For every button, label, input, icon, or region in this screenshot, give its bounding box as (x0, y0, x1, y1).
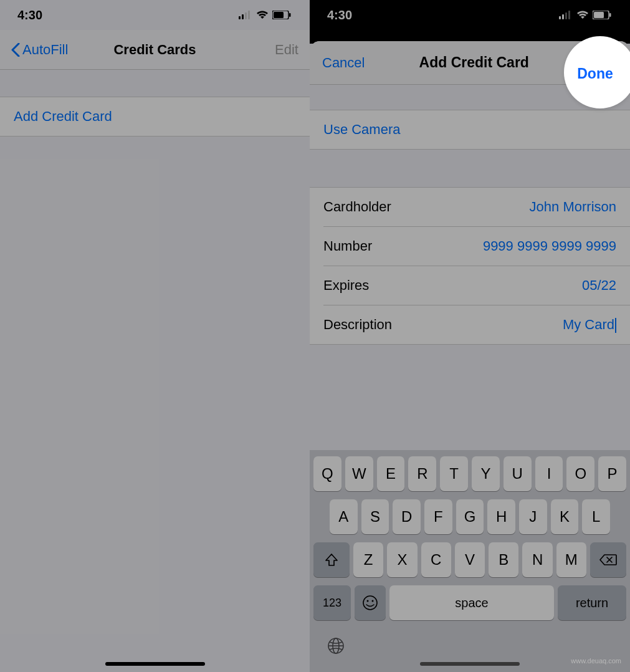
key-d[interactable]: D (393, 499, 421, 534)
space-key[interactable]: space (389, 585, 554, 620)
use-camera-button[interactable]: Use Camera (310, 110, 630, 150)
kb-row-2: ASDFGHJKL (313, 499, 626, 534)
key-a[interactable]: A (330, 499, 358, 534)
text-cursor (615, 318, 616, 333)
done-button[interactable]: Done (577, 65, 613, 82)
description-text: My Card (563, 317, 614, 332)
shift-icon (325, 553, 338, 567)
key-o[interactable]: O (566, 456, 594, 491)
home-indicator[interactable] (105, 662, 205, 666)
add-card-sheet: Cancel Add Credit Card Done Use Camera C… (310, 41, 630, 672)
done-highlight: Done (564, 36, 630, 108)
cardholder-row[interactable]: Cardholder John Morrison (310, 188, 630, 226)
return-key[interactable]: return (558, 585, 626, 620)
key-h[interactable]: H (487, 499, 515, 534)
empty-body (0, 137, 310, 672)
status-wrap: 4:30 (310, 0, 630, 44)
kb-row-3: ZXCVBNM (313, 542, 626, 577)
wifi-icon (576, 11, 589, 19)
svg-point-15 (367, 600, 369, 602)
svg-rect-12 (594, 12, 604, 18)
key-p[interactable]: P (598, 456, 626, 491)
svg-point-16 (372, 600, 374, 602)
key-l[interactable]: L (582, 499, 610, 534)
wifi-icon (256, 11, 269, 19)
svg-rect-8 (562, 14, 564, 19)
status-icons-right (559, 11, 611, 19)
description-label: Description (323, 317, 392, 333)
key-u[interactable]: U (504, 456, 532, 491)
svg-rect-10 (568, 11, 570, 19)
key-v[interactable]: V (455, 542, 485, 577)
nav-back-button[interactable]: AutoFill (11, 42, 74, 58)
description-value: My Card (563, 317, 616, 333)
number-value: 9999 9999 9999 9999 (483, 238, 616, 254)
cardholder-label: Cardholder (323, 199, 391, 215)
svg-rect-2 (245, 12, 247, 19)
expires-label: Expires (323, 277, 369, 294)
key-r[interactable]: R (408, 456, 436, 491)
signal-icon (239, 11, 252, 19)
numbers-key[interactable]: 123 (313, 585, 351, 620)
number-row[interactable]: Number 9999 9999 9999 9999 (310, 227, 630, 266)
keyboard: QWERTYUIOP ASDFGHJKL ZXCVBNM 123 (310, 450, 630, 672)
emoji-key[interactable] (355, 585, 386, 620)
svg-rect-0 (239, 16, 241, 19)
svg-rect-6 (289, 13, 291, 17)
backspace-key[interactable] (590, 542, 626, 577)
status-bar: 4:30 (0, 0, 310, 30)
key-j[interactable]: J (519, 499, 547, 534)
shift-key[interactable] (313, 542, 350, 577)
svg-rect-9 (565, 12, 567, 19)
sheet-title: Add Credit Card (419, 54, 529, 71)
svg-point-14 (363, 596, 377, 610)
battery-icon (593, 11, 611, 19)
kb-row-4: 123 space return (313, 585, 626, 620)
content-spacer (0, 70, 310, 97)
chevron-left-icon (11, 43, 20, 57)
emoji-icon (362, 595, 378, 611)
description-row[interactable]: Description My Card (310, 305, 630, 344)
signal-icon (559, 11, 573, 19)
key-c[interactable]: C (421, 542, 451, 577)
key-f[interactable]: F (424, 499, 452, 534)
nav-title: Credit Cards (113, 42, 196, 58)
gap-2 (310, 150, 630, 187)
svg-rect-7 (559, 16, 561, 19)
add-credit-card-button[interactable]: Add Credit Card (0, 97, 310, 137)
watermark: www.deuaq.com (571, 657, 621, 665)
space-key-label: space (455, 596, 488, 610)
status-bar-right: 4:30 (310, 0, 630, 30)
cancel-button[interactable]: Cancel (322, 55, 365, 71)
nav-edit-button[interactable]: Edit (275, 42, 298, 58)
key-s[interactable]: S (361, 499, 389, 534)
phone-left: 4:30 AutoFill Credit Cards Edit Add Cred… (0, 0, 310, 672)
key-k[interactable]: K (551, 499, 579, 534)
key-e[interactable]: E (377, 456, 405, 491)
status-time: 4:30 (17, 8, 42, 22)
numbers-key-label: 123 (323, 597, 341, 610)
key-w[interactable]: W (345, 456, 373, 491)
phone-right: 4:30 Cancel Add Credit Card Done Use Cam… (310, 0, 630, 672)
svg-rect-3 (248, 11, 250, 19)
home-indicator-right[interactable] (420, 662, 520, 666)
key-z[interactable]: Z (353, 542, 383, 577)
expires-row[interactable]: Expires 05/22 (310, 266, 630, 305)
key-b[interactable]: B (489, 542, 518, 577)
key-t[interactable]: T (440, 456, 468, 491)
globe-key[interactable] (327, 637, 345, 659)
key-n[interactable]: N (522, 542, 552, 577)
battery-icon (272, 11, 291, 19)
cardholder-value: John Morrison (530, 199, 616, 215)
key-g[interactable]: G (456, 499, 484, 534)
nav-back-label: AutoFill (22, 42, 68, 58)
key-i[interactable]: I (535, 456, 563, 491)
kb-row-1: QWERTYUIOP (313, 456, 626, 491)
key-x[interactable]: X (387, 542, 417, 577)
key-q[interactable]: Q (313, 456, 341, 491)
svg-rect-5 (274, 12, 284, 18)
return-key-label: return (576, 596, 608, 610)
key-m[interactable]: M (556, 542, 586, 577)
use-camera-label: Use Camera (323, 122, 400, 137)
key-y[interactable]: Y (472, 456, 500, 491)
